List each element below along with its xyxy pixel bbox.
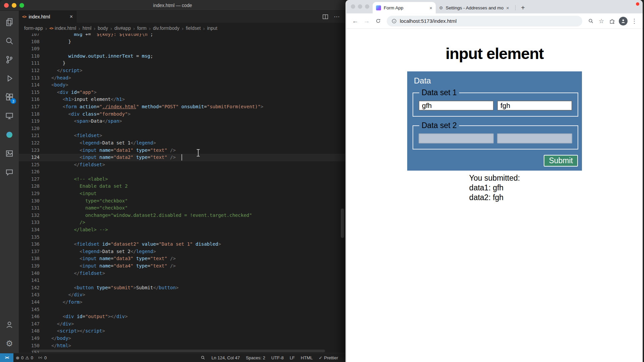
indentation-setting[interactable]: Spaces: 2	[243, 353, 268, 362]
split-editor-icon[interactable]	[322, 14, 328, 20]
code-line[interactable]: 130 type="checkbox"	[19, 197, 345, 205]
code-line[interactable]: 122 <legend>Data set 1</legend>	[19, 139, 345, 147]
forward-button[interactable]: →	[361, 16, 372, 26]
code-line[interactable]: 146 <div id="output"></div>	[19, 313, 345, 320]
chat-icon[interactable]	[0, 163, 19, 182]
accounts-icon[interactable]	[0, 315, 19, 334]
formatter-status[interactable]: ✓ Prettier	[316, 353, 341, 362]
browser-tab-settings[interactable]: ⚙ Settings - Addresses and mo ×	[436, 2, 516, 13]
code-line[interactable]: 111 }	[19, 60, 345, 67]
breadcrumb-item[interactable]: html	[83, 25, 91, 31]
code-line[interactable]: 120	[19, 125, 345, 132]
browser-close-button[interactable]	[351, 4, 355, 9]
remote-explorer-icon[interactable]	[0, 107, 19, 125]
breadcrumb-item[interactable]: form-app	[24, 25, 43, 31]
code-line[interactable]: 108 }	[19, 38, 345, 46]
code-line[interactable]: 135	[19, 234, 345, 241]
browser-minimize-button[interactable]	[358, 4, 362, 9]
tab-close-icon[interactable]: ×	[429, 5, 432, 11]
code-line[interactable]: 132 onchange="window.dataset2.disabled =…	[19, 212, 345, 219]
tab-index-html[interactable]: <> index.html ×	[19, 11, 76, 23]
more-actions-icon[interactable]: ⋯	[334, 14, 340, 20]
code-line[interactable]: 136 <fieldset id="dataset2" value="Data …	[19, 241, 345, 248]
code-line[interactable]: 141	[19, 277, 345, 284]
extensions-puzzle-icon[interactable]	[607, 16, 617, 26]
problems-indicator[interactable]: ⊗ 0 ⚠ 0	[13, 353, 36, 362]
extensions-icon[interactable]: 3	[0, 88, 19, 107]
code-line[interactable]: 115 <div id="app">	[19, 89, 345, 96]
language-mode[interactable]: HTML	[298, 353, 316, 362]
vscode-title-bar[interactable]: index.html — code	[0, 0, 345, 11]
vertical-scrollbar[interactable]	[341, 208, 344, 238]
code-line[interactable]: 128 Enable data set 2	[19, 183, 345, 190]
breadcrumb-item[interactable]: div.formbody	[153, 25, 179, 31]
code-line[interactable]: 144 </form>	[19, 299, 345, 306]
browser-extension-icon[interactable]	[0, 125, 19, 144]
browser-zoom-button[interactable]	[365, 4, 369, 9]
code-line[interactable]: 118 <div class="formbody">	[19, 111, 345, 118]
ports-indicator[interactable]: 0	[36, 353, 49, 362]
code-line[interactable]: 110 window.output.innerText = msg;	[19, 53, 345, 60]
submit-button[interactable]: Submit	[544, 155, 578, 167]
remote-indicator[interactable]: ><	[0, 353, 13, 362]
code-line[interactable]: 121 <fieldset>	[19, 132, 345, 139]
code-line[interactable]: 129 <input	[19, 190, 345, 197]
code-line[interactable]: 138 <input name="data3" type="text" />	[19, 255, 345, 262]
profile-avatar[interactable]	[619, 17, 628, 25]
code-line[interactable]: 131 name="checkbox"	[19, 204, 345, 212]
code-line[interactable]: 137 <legend>Data set 2</legend>	[19, 248, 345, 255]
code-line[interactable]: 133 />	[19, 219, 345, 226]
horizontal-scrollbar[interactable]	[32, 350, 325, 352]
tab-close-icon[interactable]: ×	[506, 5, 509, 11]
back-button[interactable]: ←	[350, 16, 361, 26]
bookmark-star-icon[interactable]: ☆	[596, 16, 606, 26]
image-preview-icon[interactable]	[0, 144, 19, 163]
code-line[interactable]: 123 <input name="data1" type="text" />	[19, 147, 345, 154]
code-line[interactable]: 119 <span>Data</span>	[19, 118, 345, 125]
breadcrumb-item[interactable]: fieldset	[186, 25, 201, 31]
cursor-position[interactable]: Ln 124, Col 47	[208, 353, 243, 362]
search-icon[interactable]	[0, 32, 19, 50]
tab-close-icon[interactable]: ×	[70, 14, 73, 20]
breadcrumb-item[interactable]: input	[207, 25, 217, 31]
breadcrumb-item[interactable]: div#app	[114, 25, 131, 31]
code-line[interactable]: 116 <h1>input element</h1>	[19, 96, 345, 103]
code-line[interactable]: 148 <script></script>	[19, 327, 345, 335]
code-line[interactable]: 150</html>	[19, 342, 345, 350]
breadcrumb-item[interactable]: form	[137, 25, 147, 31]
source-control-icon[interactable]	[0, 50, 19, 69]
code-line[interactable]: 140 </fieldset>	[19, 270, 345, 277]
code-line[interactable]: 125 </fieldset>	[19, 161, 345, 169]
browser-menu-kebab-icon[interactable]: ⋮	[629, 16, 639, 26]
breadcrumb-item[interactable]: body	[98, 25, 108, 31]
address-bar[interactable]: localhost:5173/index.html	[387, 16, 582, 26]
code-line[interactable]: 109	[19, 45, 345, 53]
code-line[interactable]: 143 </div>	[19, 291, 345, 299]
eol-setting[interactable]: LF	[287, 353, 298, 362]
url-text[interactable]: localhost:5173/index.html	[400, 18, 457, 24]
code-line[interactable]: 149</body>	[19, 335, 345, 342]
settings-gear-icon[interactable]: ⚙	[0, 334, 19, 353]
code-line[interactable]: 147 </div>	[19, 320, 345, 328]
code-line[interactable]: 117 <form action="./index.html" method="…	[19, 103, 345, 111]
code-line[interactable]: 107 msg += `${key}: ${value}\n`;	[19, 34, 345, 38]
data2-input[interactable]	[497, 101, 572, 111]
code-line[interactable]: 113</head>	[19, 74, 345, 82]
code-line[interactable]: 114<body>	[19, 81, 345, 89]
code-line[interactable]: 134 </label> -->	[19, 226, 345, 234]
code-editor[interactable]: 107 msg += `${key}: ${value}\n`;108 }109…	[19, 34, 345, 353]
reload-button[interactable]	[373, 16, 383, 26]
code-line[interactable]: 112 </script>	[19, 67, 345, 74]
code-line[interactable]: 127 <!-- <label>	[19, 176, 345, 183]
breadcrumb-item[interactable]: <>index.html	[49, 25, 76, 31]
code-line[interactable]: 145	[19, 306, 345, 313]
code-line[interactable]: 139 <input name="data4" type="text" />	[19, 262, 345, 270]
code-line[interactable]: 126	[19, 168, 345, 176]
zoom-search-icon[interactable]	[586, 16, 596, 26]
data1-input[interactable]	[419, 101, 494, 111]
explorer-icon[interactable]	[0, 13, 19, 32]
encoding-setting[interactable]: UTF-8	[268, 353, 287, 362]
code-line[interactable]: 142 <button type="submit">Submit</button…	[19, 284, 345, 292]
run-debug-icon[interactable]	[0, 69, 19, 88]
status-search-icon[interactable]	[198, 353, 208, 362]
